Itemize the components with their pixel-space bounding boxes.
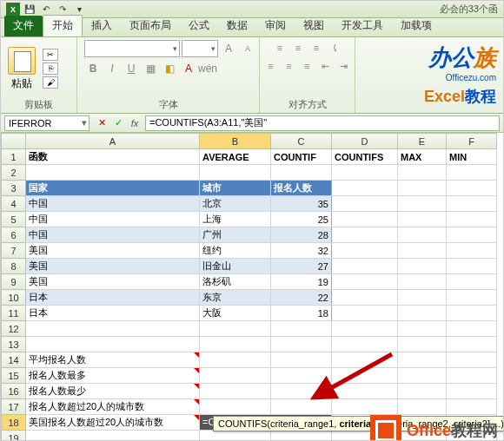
col-header[interactable]: E bbox=[398, 134, 447, 149]
row-header[interactable]: 5 bbox=[2, 212, 26, 227]
underline-button[interactable]: U bbox=[123, 60, 140, 77]
cell[interactable]: COUNTIFS bbox=[332, 149, 398, 165]
name-box[interactable]: IFERROR bbox=[4, 115, 90, 131]
row-header[interactable]: 18 bbox=[2, 415, 26, 431]
formula-input[interactable]: =COUNTIFS(A3:A11,"美国" bbox=[145, 115, 500, 131]
row-header[interactable]: 12 bbox=[2, 321, 26, 337]
cell[interactable]: 北京 bbox=[200, 196, 271, 212]
cell[interactable]: AVERAGE bbox=[200, 149, 271, 165]
cell[interactable]: 报名人数最多 bbox=[26, 368, 200, 384]
cell[interactable]: 32 bbox=[271, 243, 332, 259]
row-header[interactable]: 11 bbox=[2, 306, 26, 321]
format-painter-icon[interactable]: 🖌 bbox=[43, 76, 58, 89]
spreadsheet-grid[interactable]: A B C D E F 1 函数 AVERAGE COUNTIF COUNTIF… bbox=[1, 133, 503, 441]
row-header[interactable]: 14 bbox=[2, 352, 26, 368]
fx-icon[interactable]: fx bbox=[127, 115, 143, 131]
copy-icon[interactable]: ⎘ bbox=[43, 63, 58, 75]
row-header[interactable]: 6 bbox=[2, 227, 26, 243]
save-icon[interactable]: 💾 bbox=[23, 3, 36, 16]
tab-review[interactable]: 审阅 bbox=[256, 16, 295, 36]
cancel-icon[interactable]: ✕ bbox=[94, 115, 109, 131]
cell[interactable]: 大阪 bbox=[200, 306, 271, 321]
cell[interactable]: 国家 bbox=[26, 181, 200, 196]
cell[interactable]: 28 bbox=[271, 227, 332, 243]
cell[interactable]: 中国 bbox=[26, 212, 200, 227]
enter-icon[interactable]: ✓ bbox=[110, 115, 126, 131]
cell[interactable]: 中国 bbox=[26, 227, 200, 243]
indent-dec-icon[interactable]: ⇤ bbox=[317, 58, 335, 74]
tab-layout[interactable]: 页面布局 bbox=[121, 16, 180, 36]
cell[interactable]: 东京 bbox=[200, 290, 271, 306]
cell[interactable]: 中国 bbox=[26, 196, 200, 212]
indent-inc-icon[interactable]: ⇥ bbox=[335, 58, 353, 74]
tab-file[interactable]: 文件 bbox=[4, 16, 43, 36]
align-bot-icon[interactable]: ≡ bbox=[308, 40, 325, 56]
cell[interactable]: 函数 bbox=[26, 149, 200, 165]
col-header[interactable]: B bbox=[200, 134, 271, 149]
paste-button[interactable]: 粘贴 bbox=[8, 47, 36, 91]
row-header[interactable]: 3 bbox=[2, 181, 26, 196]
cell[interactable]: 纽约 bbox=[200, 243, 271, 259]
tab-view[interactable]: 视图 bbox=[295, 16, 333, 36]
bold-button[interactable]: B bbox=[84, 60, 102, 77]
row-header[interactable]: 16 bbox=[2, 384, 26, 399]
row-header[interactable]: 7 bbox=[2, 243, 26, 259]
align-top-icon[interactable]: ≡ bbox=[271, 40, 288, 56]
row-header[interactable]: 15 bbox=[2, 368, 26, 384]
align-mid-icon[interactable]: ≡ bbox=[289, 40, 307, 56]
row-header[interactable]: 10 bbox=[2, 290, 26, 306]
cell[interactable]: MIN bbox=[447, 149, 497, 165]
cell[interactable]: 22 bbox=[271, 290, 332, 306]
tab-dev[interactable]: 开发工具 bbox=[333, 16, 392, 36]
cell[interactable]: 上海 bbox=[200, 212, 271, 227]
row-header[interactable]: 1 bbox=[2, 149, 26, 165]
grow-font-icon[interactable]: A bbox=[220, 40, 237, 57]
col-header[interactable]: C bbox=[271, 134, 332, 149]
cell[interactable]: MAX bbox=[398, 149, 447, 165]
row-header[interactable]: 8 bbox=[2, 259, 26, 274]
italic-button[interactable]: I bbox=[103, 60, 121, 77]
phonetic-button[interactable]: wén bbox=[199, 60, 216, 77]
cell[interactable]: 平均报名人数 bbox=[26, 352, 200, 368]
cell[interactable]: 报名人数超过20人的城市数 bbox=[26, 399, 200, 415]
cell[interactable]: 18 bbox=[271, 306, 332, 321]
cell[interactable]: 19 bbox=[271, 274, 332, 290]
border-button[interactable]: ▦ bbox=[142, 60, 159, 77]
font-name-combo[interactable] bbox=[84, 40, 180, 57]
col-header[interactable]: F bbox=[447, 134, 497, 149]
fill-color-button[interactable]: ◧ bbox=[161, 60, 178, 77]
cell[interactable]: 广州 bbox=[200, 227, 271, 243]
cell[interactable]: 报名人数最少 bbox=[26, 384, 200, 399]
row-header[interactable]: 9 bbox=[2, 274, 26, 290]
cell[interactable]: 美国 bbox=[26, 274, 200, 290]
row-header[interactable]: 4 bbox=[2, 196, 26, 212]
tab-addin[interactable]: 加载项 bbox=[392, 16, 441, 36]
tab-formula[interactable]: 公式 bbox=[180, 16, 218, 36]
cell[interactable]: 27 bbox=[271, 259, 332, 274]
row-header[interactable]: 19 bbox=[2, 431, 26, 442]
orientation-icon[interactable]: ⤹ bbox=[326, 40, 343, 56]
row-header[interactable]: 2 bbox=[2, 165, 26, 181]
col-header[interactable]: A bbox=[26, 134, 200, 149]
cell[interactable]: 美国 bbox=[26, 259, 200, 274]
cell[interactable]: 旧金山 bbox=[200, 259, 271, 274]
align-center-icon[interactable]: ≡ bbox=[281, 58, 298, 74]
cell[interactable]: 美国报名人数超过20人的城市数 bbox=[26, 415, 200, 431]
select-all-corner[interactable] bbox=[2, 134, 26, 149]
cut-icon[interactable]: ✂ bbox=[43, 49, 58, 61]
cell[interactable]: COUNTIF bbox=[271, 149, 332, 165]
tab-data[interactable]: 数据 bbox=[218, 16, 256, 36]
col-header[interactable]: D bbox=[332, 134, 398, 149]
font-size-combo[interactable] bbox=[182, 40, 218, 57]
cell[interactable]: 城市 bbox=[200, 181, 271, 196]
tab-insert[interactable]: 插入 bbox=[83, 16, 121, 36]
row-header[interactable]: 13 bbox=[2, 337, 26, 352]
shrink-font-icon[interactable]: A bbox=[239, 40, 256, 57]
cell[interactable]: 35 bbox=[271, 196, 332, 212]
tab-start[interactable]: 开始 bbox=[43, 15, 83, 36]
cell[interactable]: 日本 bbox=[26, 290, 200, 306]
cell[interactable]: 25 bbox=[271, 212, 332, 227]
align-left-icon[interactable]: ≡ bbox=[262, 58, 280, 74]
row-header[interactable]: 17 bbox=[2, 399, 26, 415]
cell[interactable]: 报名人数 bbox=[271, 181, 332, 196]
